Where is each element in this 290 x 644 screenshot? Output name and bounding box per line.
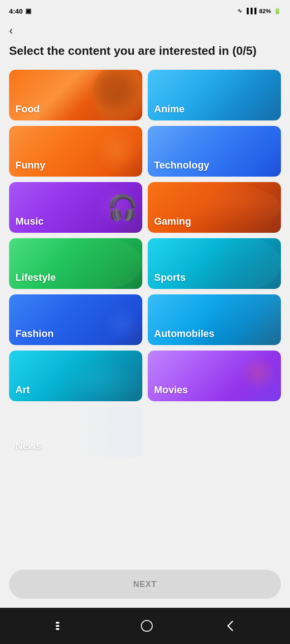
battery-level: 82%	[259, 8, 271, 14]
battery-icon: 🔋	[274, 8, 281, 14]
category-card-automobiles[interactable]: Automobiles	[148, 294, 281, 345]
page-title: Select the content you are interested in…	[9, 43, 281, 59]
food-deco	[92, 70, 142, 120]
funny-deco	[95, 128, 140, 173]
last-row: News	[9, 407, 281, 457]
art-deco	[63, 360, 142, 401]
automobiles-label: Automobiles	[154, 328, 214, 340]
category-card-fashion[interactable]: Fashion	[9, 294, 142, 345]
art-label: Art	[15, 384, 30, 396]
sports-deco	[214, 238, 281, 289]
fashion-label: Fashion	[15, 328, 53, 340]
signal-icon: ▐▐▐	[245, 8, 256, 14]
status-bar: 4:40 ▣ ∿ ▐▐▐ 82% 🔋	[0, 0, 290, 20]
svg-rect-2	[56, 628, 59, 630]
nav-home-icon[interactable]	[140, 620, 153, 632]
categories-grid: FoodAnimeFunnyTechnology🎧MusicGamingLife…	[9, 70, 281, 401]
food-label: Food	[15, 103, 40, 115]
movies-deco	[240, 355, 276, 391]
wifi-icon: ∿	[237, 8, 242, 14]
main-content: ‹ Select the content you are interested …	[0, 20, 290, 562]
category-card-technology[interactable]: Technology	[148, 126, 281, 177]
category-card-sports[interactable]: Sports	[148, 238, 281, 289]
category-card-lifestyle[interactable]: Lifestyle	[9, 238, 142, 289]
category-card-art[interactable]: Art	[9, 351, 142, 401]
sports-label: Sports	[154, 272, 186, 284]
camera-record-icon: ▣	[25, 7, 31, 14]
category-card-anime[interactable]: Anime	[148, 70, 281, 120]
category-card-music[interactable]: 🎧Music	[9, 182, 142, 233]
news-deco	[76, 407, 142, 457]
back-button[interactable]: ‹	[9, 24, 13, 36]
category-card-gaming[interactable]: Gaming	[148, 182, 281, 233]
nav-back-icon[interactable]	[226, 620, 235, 632]
category-card-food[interactable]: Food	[9, 70, 142, 120]
technology-label: Technology	[154, 159, 209, 171]
svg-point-3	[141, 620, 152, 631]
lifestyle-deco	[63, 238, 142, 289]
nav-menu-icon[interactable]	[55, 621, 68, 631]
movies-label: Movies	[154, 384, 188, 396]
status-indicators: ∿ ▐▐▐ 82% 🔋	[237, 8, 281, 14]
fashion-deco	[104, 307, 140, 343]
next-button-container: NEXT	[0, 562, 290, 608]
lifestyle-label: Lifestyle	[15, 272, 56, 284]
news-label: News	[15, 440, 41, 452]
category-card-news[interactable]: News	[9, 407, 142, 457]
music-label: Music	[15, 216, 44, 227]
next-button[interactable]: NEXT	[9, 570, 281, 599]
category-card-movies[interactable]: Movies	[148, 351, 281, 401]
gaming-label: Gaming	[154, 216, 191, 227]
nav-bar	[0, 608, 290, 644]
anime-label: Anime	[154, 103, 184, 115]
category-card-funny[interactable]: Funny	[9, 126, 142, 177]
funny-label: Funny	[15, 159, 45, 171]
music-headphones-icon: 🎧	[110, 194, 138, 221]
svg-rect-1	[56, 625, 59, 627]
svg-rect-0	[56, 622, 59, 624]
status-time: 4:40 ▣	[9, 7, 31, 15]
